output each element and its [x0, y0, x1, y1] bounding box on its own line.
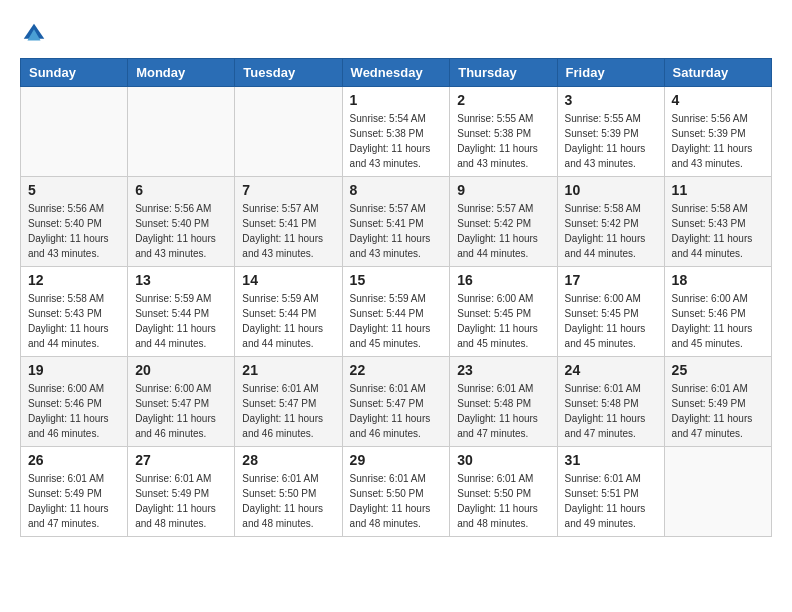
day-info: Sunrise: 6:00 AM Sunset: 5:46 PM Dayligh… [672, 291, 764, 351]
day-number: 27 [135, 452, 227, 468]
day-info: Sunrise: 5:59 AM Sunset: 5:44 PM Dayligh… [135, 291, 227, 351]
calendar-cell: 8Sunrise: 5:57 AM Sunset: 5:41 PM Daylig… [342, 177, 450, 267]
calendar-cell: 2Sunrise: 5:55 AM Sunset: 5:38 PM Daylig… [450, 87, 557, 177]
day-info: Sunrise: 6:00 AM Sunset: 5:45 PM Dayligh… [457, 291, 549, 351]
day-info: Sunrise: 6:01 AM Sunset: 5:48 PM Dayligh… [457, 381, 549, 441]
day-info: Sunrise: 5:54 AM Sunset: 5:38 PM Dayligh… [350, 111, 443, 171]
day-number: 5 [28, 182, 120, 198]
day-info: Sunrise: 6:00 AM Sunset: 5:46 PM Dayligh… [28, 381, 120, 441]
calendar-cell: 3Sunrise: 5:55 AM Sunset: 5:39 PM Daylig… [557, 87, 664, 177]
day-number: 7 [242, 182, 334, 198]
day-info: Sunrise: 5:57 AM Sunset: 5:41 PM Dayligh… [350, 201, 443, 261]
calendar-cell: 27Sunrise: 6:01 AM Sunset: 5:49 PM Dayli… [128, 447, 235, 537]
day-info: Sunrise: 6:01 AM Sunset: 5:47 PM Dayligh… [350, 381, 443, 441]
day-number: 1 [350, 92, 443, 108]
day-info: Sunrise: 6:01 AM Sunset: 5:49 PM Dayligh… [28, 471, 120, 531]
day-number: 14 [242, 272, 334, 288]
day-number: 4 [672, 92, 764, 108]
calendar-cell: 28Sunrise: 6:01 AM Sunset: 5:50 PM Dayli… [235, 447, 342, 537]
calendar-cell: 26Sunrise: 6:01 AM Sunset: 5:49 PM Dayli… [21, 447, 128, 537]
calendar-cell: 12Sunrise: 5:58 AM Sunset: 5:43 PM Dayli… [21, 267, 128, 357]
calendar-cell [21, 87, 128, 177]
weekday-header-saturday: Saturday [664, 59, 771, 87]
weekday-header-sunday: Sunday [21, 59, 128, 87]
calendar-cell: 30Sunrise: 6:01 AM Sunset: 5:50 PM Dayli… [450, 447, 557, 537]
calendar-week-row: 19Sunrise: 6:00 AM Sunset: 5:46 PM Dayli… [21, 357, 772, 447]
day-number: 30 [457, 452, 549, 468]
day-info: Sunrise: 6:01 AM Sunset: 5:50 PM Dayligh… [242, 471, 334, 531]
calendar-cell: 1Sunrise: 5:54 AM Sunset: 5:38 PM Daylig… [342, 87, 450, 177]
day-number: 22 [350, 362, 443, 378]
day-number: 21 [242, 362, 334, 378]
calendar-cell: 10Sunrise: 5:58 AM Sunset: 5:42 PM Dayli… [557, 177, 664, 267]
day-info: Sunrise: 6:01 AM Sunset: 5:47 PM Dayligh… [242, 381, 334, 441]
calendar-cell: 4Sunrise: 5:56 AM Sunset: 5:39 PM Daylig… [664, 87, 771, 177]
day-number: 26 [28, 452, 120, 468]
day-number: 12 [28, 272, 120, 288]
calendar-cell: 7Sunrise: 5:57 AM Sunset: 5:41 PM Daylig… [235, 177, 342, 267]
day-number: 24 [565, 362, 657, 378]
logo [20, 20, 52, 48]
day-info: Sunrise: 5:56 AM Sunset: 5:40 PM Dayligh… [28, 201, 120, 261]
calendar-cell: 9Sunrise: 5:57 AM Sunset: 5:42 PM Daylig… [450, 177, 557, 267]
day-info: Sunrise: 6:00 AM Sunset: 5:47 PM Dayligh… [135, 381, 227, 441]
day-info: Sunrise: 5:56 AM Sunset: 5:40 PM Dayligh… [135, 201, 227, 261]
calendar-week-row: 1Sunrise: 5:54 AM Sunset: 5:38 PM Daylig… [21, 87, 772, 177]
calendar-cell: 11Sunrise: 5:58 AM Sunset: 5:43 PM Dayli… [664, 177, 771, 267]
calendar-cell: 17Sunrise: 6:00 AM Sunset: 5:45 PM Dayli… [557, 267, 664, 357]
calendar-cell: 24Sunrise: 6:01 AM Sunset: 5:48 PM Dayli… [557, 357, 664, 447]
calendar-cell: 6Sunrise: 5:56 AM Sunset: 5:40 PM Daylig… [128, 177, 235, 267]
day-number: 13 [135, 272, 227, 288]
day-info: Sunrise: 6:01 AM Sunset: 5:50 PM Dayligh… [350, 471, 443, 531]
day-number: 10 [565, 182, 657, 198]
day-number: 6 [135, 182, 227, 198]
calendar-week-row: 26Sunrise: 6:01 AM Sunset: 5:49 PM Dayli… [21, 447, 772, 537]
day-number: 9 [457, 182, 549, 198]
calendar-cell: 23Sunrise: 6:01 AM Sunset: 5:48 PM Dayli… [450, 357, 557, 447]
calendar-cell: 16Sunrise: 6:00 AM Sunset: 5:45 PM Dayli… [450, 267, 557, 357]
calendar-cell: 13Sunrise: 5:59 AM Sunset: 5:44 PM Dayli… [128, 267, 235, 357]
day-info: Sunrise: 5:58 AM Sunset: 5:43 PM Dayligh… [672, 201, 764, 261]
day-number: 18 [672, 272, 764, 288]
calendar-cell: 22Sunrise: 6:01 AM Sunset: 5:47 PM Dayli… [342, 357, 450, 447]
weekday-header-monday: Monday [128, 59, 235, 87]
calendar-cell: 21Sunrise: 6:01 AM Sunset: 5:47 PM Dayli… [235, 357, 342, 447]
day-info: Sunrise: 6:01 AM Sunset: 5:49 PM Dayligh… [135, 471, 227, 531]
day-info: Sunrise: 5:55 AM Sunset: 5:39 PM Dayligh… [565, 111, 657, 171]
calendar-week-row: 5Sunrise: 5:56 AM Sunset: 5:40 PM Daylig… [21, 177, 772, 267]
calendar-cell: 14Sunrise: 5:59 AM Sunset: 5:44 PM Dayli… [235, 267, 342, 357]
day-number: 17 [565, 272, 657, 288]
calendar-cell: 20Sunrise: 6:00 AM Sunset: 5:47 PM Dayli… [128, 357, 235, 447]
page-header [20, 20, 772, 48]
day-info: Sunrise: 6:01 AM Sunset: 5:48 PM Dayligh… [565, 381, 657, 441]
day-info: Sunrise: 5:58 AM Sunset: 5:43 PM Dayligh… [28, 291, 120, 351]
day-number: 19 [28, 362, 120, 378]
calendar-cell [664, 447, 771, 537]
day-number: 31 [565, 452, 657, 468]
calendar-cell: 25Sunrise: 6:01 AM Sunset: 5:49 PM Dayli… [664, 357, 771, 447]
day-number: 16 [457, 272, 549, 288]
logo-icon [20, 20, 48, 48]
calendar-cell [128, 87, 235, 177]
day-info: Sunrise: 5:58 AM Sunset: 5:42 PM Dayligh… [565, 201, 657, 261]
weekday-header-friday: Friday [557, 59, 664, 87]
weekday-header-wednesday: Wednesday [342, 59, 450, 87]
day-number: 25 [672, 362, 764, 378]
day-info: Sunrise: 5:57 AM Sunset: 5:42 PM Dayligh… [457, 201, 549, 261]
day-info: Sunrise: 5:57 AM Sunset: 5:41 PM Dayligh… [242, 201, 334, 261]
day-number: 20 [135, 362, 227, 378]
day-number: 11 [672, 182, 764, 198]
day-info: Sunrise: 5:56 AM Sunset: 5:39 PM Dayligh… [672, 111, 764, 171]
day-info: Sunrise: 5:59 AM Sunset: 5:44 PM Dayligh… [350, 291, 443, 351]
day-info: Sunrise: 5:59 AM Sunset: 5:44 PM Dayligh… [242, 291, 334, 351]
calendar-cell: 19Sunrise: 6:00 AM Sunset: 5:46 PM Dayli… [21, 357, 128, 447]
day-number: 28 [242, 452, 334, 468]
day-number: 2 [457, 92, 549, 108]
weekday-header-tuesday: Tuesday [235, 59, 342, 87]
calendar-cell: 15Sunrise: 5:59 AM Sunset: 5:44 PM Dayli… [342, 267, 450, 357]
day-number: 23 [457, 362, 549, 378]
day-number: 15 [350, 272, 443, 288]
day-info: Sunrise: 6:01 AM Sunset: 5:51 PM Dayligh… [565, 471, 657, 531]
day-number: 29 [350, 452, 443, 468]
calendar-cell: 31Sunrise: 6:01 AM Sunset: 5:51 PM Dayli… [557, 447, 664, 537]
